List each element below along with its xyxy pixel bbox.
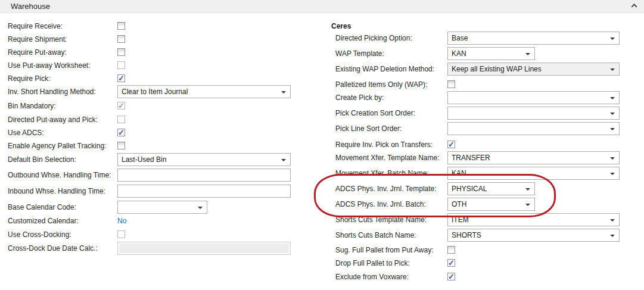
field-label: Require Inv. Pick on Transfers:	[335, 141, 433, 149]
field-label: Shorts Cuts Batch Name:	[335, 231, 416, 239]
inbound-whse-handling-time-input[interactable]	[117, 185, 291, 198]
chevron-down-icon	[610, 128, 615, 130]
field-row: WAP Template: KAN	[335, 47, 621, 60]
field-row: Create Pick by:	[335, 91, 621, 104]
pick-creation-sort-order-select[interactable]	[447, 107, 620, 120]
default-bin-selection-select[interactable]: Last-Used Bin	[117, 153, 291, 166]
drop-full-pallet-to-pick-checkbox[interactable]: ✓	[447, 259, 455, 267]
field-row: Pick Line Sort Order:	[335, 122, 621, 135]
field-row: ADCS Phys. Inv. Jrnl. Template: PHYSICAL	[335, 182, 621, 195]
field-row: Base Calendar Code:	[8, 201, 293, 214]
shorts-cuts-batch-name-select[interactable]: SHORTS	[447, 229, 620, 242]
chevron-down-icon	[525, 188, 530, 191]
adcs-phys-inv-jrnl-template-select[interactable]: PHYSICAL	[447, 182, 535, 195]
require-pick-checkbox[interactable]: ✓	[117, 74, 125, 82]
field-row: Cross-Dock Due Date Calc.:	[8, 242, 293, 255]
field-row: Use ADCS: ✓	[8, 126, 293, 139]
field-row: Bin Mandatory: ✓	[8, 99, 293, 113]
field-row: Directed Picking Option: Base	[335, 32, 621, 45]
field-label: Enable Agency Pallet Tracking:	[8, 142, 106, 150]
directed-picking-option-select[interactable]: Base	[447, 32, 620, 45]
select-value: TRANSFER	[452, 154, 490, 162]
field-label: Movement Xfer. Template Name:	[335, 154, 440, 162]
require-receive-checkbox[interactable]: ✓	[117, 22, 125, 30]
select-value: OTH	[452, 200, 466, 208]
select-value: Last-Used Bin	[122, 155, 166, 164]
enable-agency-pallet-tracking-checkbox[interactable]: ✓	[117, 142, 125, 149]
select-value: PHYSICAL	[452, 185, 487, 193]
select-value: Clear to Item Journal	[122, 88, 188, 96]
require-inv-pick-on-transfers-checkbox[interactable]: ✓	[447, 141, 455, 148]
chevron-down-icon	[525, 53, 530, 55]
require-put-away-checkbox[interactable]: ✓	[117, 48, 125, 56]
checkmark-icon: ✓	[448, 273, 455, 280]
create-pick-by-select[interactable]	[447, 91, 620, 104]
bin-mandatory-checkbox: ✓	[117, 102, 125, 110]
adcs-phys-inv-jrnl-batch-select[interactable]: OTH	[447, 198, 535, 211]
select-value: Keep all Existing WAP Lines	[452, 65, 542, 73]
group-title: Warehouse	[11, 2, 50, 11]
chevron-down-icon	[610, 38, 615, 40]
field-label: Existing WAP Deletion Method:	[335, 65, 434, 73]
field-row: Outbound Whse. Handling Time:	[8, 169, 293, 182]
directed-put-away-and-pick-checkbox: ✓	[117, 116, 125, 123]
field-row: Require Pick: ✓	[8, 72, 293, 85]
select-value: KAN	[452, 169, 466, 177]
require-shipment-checkbox[interactable]: ✓	[117, 35, 125, 43]
field-label: Base Calendar Code:	[8, 203, 76, 211]
field-row: Require Receive: ✓	[8, 20, 293, 33]
outbound-whse-handling-time-input[interactable]	[117, 169, 291, 182]
field-row: Inbound Whse. Handling Time:	[8, 185, 293, 198]
field-label: Pick Line Sort Order:	[335, 124, 402, 133]
group-header-warehouse: Warehouse	[0, 0, 644, 13]
customized-calendar-link[interactable]: No	[117, 217, 126, 225]
red-highlight-ellipse	[314, 174, 556, 217]
field-row: Exclude from Voxware: ✓	[335, 270, 621, 283]
field-row: Inv. Short Handling Method: Clear to Ite…	[8, 85, 293, 98]
field-label: Exclude from Voxware:	[335, 273, 409, 281]
shorts-cuts-template-name-select[interactable]: ITEM	[447, 213, 620, 226]
use-adcs-checkbox[interactable]: ✓	[117, 129, 125, 136]
use-put-away-worksheet-checkbox: ✓	[117, 61, 125, 69]
field-label: Use ADCS:	[8, 129, 44, 137]
checkmark-icon: ✓	[118, 102, 125, 109]
chevron-up-icon	[631, 4, 637, 8]
movement-xfer-batch-name-select[interactable]: KAN	[447, 167, 620, 180]
collapse-button[interactable]	[631, 4, 637, 8]
field-label: Movement Xfer. Batch Name:	[335, 169, 429, 177]
field-row: Movement Xfer. Template Name: TRANSFER	[335, 151, 621, 164]
field-label: Cross-Dock Due Date Calc.:	[8, 244, 98, 252]
inv-short-handling-method-select[interactable]: Clear to Item Journal	[117, 85, 291, 98]
checkmark-icon: ✓	[118, 75, 125, 82]
field-label: ADCS Phys. Inv. Jrnl. Batch:	[335, 200, 426, 208]
wap-template-select[interactable]: KAN	[447, 47, 535, 60]
chevron-down-icon	[610, 113, 615, 115]
movement-xfer-template-name-select[interactable]: TRANSFER	[447, 151, 620, 164]
select-value: KAN	[452, 49, 466, 58]
field-label: Require Shipment:	[8, 35, 67, 43]
chevron-down-icon	[610, 173, 615, 175]
field-label: Require Put-away:	[8, 48, 67, 57]
select-value: Base	[452, 34, 468, 42]
existing-wap-deletion-method-select[interactable]: Keep all Existing WAP Lines	[447, 63, 620, 76]
field-label: Pick Creation Sort Order:	[335, 109, 415, 117]
field-label: Create Pick by:	[335, 93, 384, 102]
pick-line-sort-order-select[interactable]	[447, 122, 620, 135]
exclude-from-voxware-checkbox[interactable]: ✓	[447, 273, 455, 280]
field-label: Directed Picking Option:	[335, 34, 412, 42]
field-row: Drop Full Pallet to Pick: ✓	[335, 257, 621, 270]
field-label: Drop Full Pallet to Pick:	[335, 259, 410, 267]
cross-dock-due-date-calc-input	[117, 242, 291, 255]
warehouse-settings-panel: Warehouse Require Receive: ✓ Require Shi…	[0, 0, 644, 290]
base-calendar-code-select[interactable]	[117, 201, 207, 214]
field-label: Use Cross-Docking:	[8, 230, 71, 239]
field-row: Palletized Items Only (WAP): ✓	[335, 78, 621, 91]
use-cross-docking-checkbox: ✓	[117, 230, 125, 238]
sug-full-pallet-from-put-away-checkbox[interactable]: ✓	[447, 246, 455, 254]
field-row: Require Shipment: ✓	[8, 33, 293, 46]
palletized-items-only-wap-checkbox[interactable]: ✓	[447, 80, 455, 88]
field-label: Sug. Full Pallet from Put Away:	[335, 246, 434, 254]
field-row: Default Bin Selection: Last-Used Bin	[8, 153, 293, 166]
field-label: Outbound Whse. Handling Time:	[8, 171, 111, 179]
chevron-down-icon	[281, 91, 286, 93]
